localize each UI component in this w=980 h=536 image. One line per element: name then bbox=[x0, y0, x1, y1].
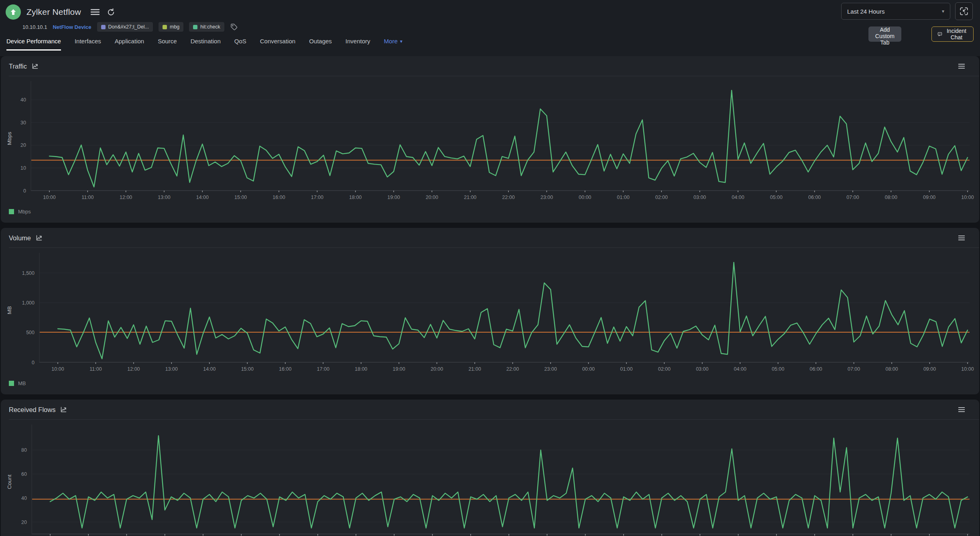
svg-text:22:00: 22:00 bbox=[502, 195, 514, 200]
svg-text:01:00: 01:00 bbox=[617, 195, 629, 200]
svg-text:02:00: 02:00 bbox=[658, 366, 671, 372]
svg-text:00:00: 00:00 bbox=[579, 195, 591, 200]
svg-text:06:00: 06:00 bbox=[808, 195, 821, 200]
svg-text:04:00: 04:00 bbox=[734, 366, 746, 372]
svg-text:1,000: 1,000 bbox=[22, 300, 35, 306]
svg-text:20: 20 bbox=[20, 142, 26, 148]
manage-tags-button[interactable] bbox=[228, 21, 240, 32]
svg-text:40: 40 bbox=[20, 97, 26, 103]
tag-color-swatch bbox=[193, 25, 197, 29]
tab-more[interactable]: More ▾ bbox=[384, 38, 403, 51]
svg-text:12:00: 12:00 bbox=[127, 366, 140, 372]
expand-chart-icon[interactable] bbox=[60, 406, 67, 413]
svg-text:13:00: 13:00 bbox=[158, 195, 170, 200]
tab-inventory[interactable]: Inventory bbox=[346, 38, 370, 51]
tab-outages[interactable]: Outages bbox=[309, 38, 332, 51]
svg-text:16:00: 16:00 bbox=[279, 366, 291, 372]
volume-chart[interactable]: 05001,0001,500MB10:0011:0012:0013:0014:0… bbox=[1, 248, 979, 378]
svg-text:Count: Count bbox=[6, 475, 12, 489]
device-type-link[interactable]: NetFlow Device bbox=[53, 24, 91, 30]
svg-text:19:00: 19:00 bbox=[387, 195, 400, 200]
chat-icon bbox=[937, 30, 942, 38]
svg-text:05:00: 05:00 bbox=[772, 366, 784, 372]
tab-conversation[interactable]: Conversation bbox=[260, 38, 295, 51]
svg-text:0: 0 bbox=[32, 360, 35, 365]
received-flows-panel: Received Flows 20406080Count10:0011:0012… bbox=[1, 400, 979, 536]
svg-text:18:00: 18:00 bbox=[349, 195, 362, 200]
svg-text:500: 500 bbox=[26, 330, 35, 335]
expand-chart-icon[interactable] bbox=[31, 63, 39, 70]
svg-text:23:00: 23:00 bbox=[544, 366, 557, 372]
tag-pill[interactable]: Don&#x27;t_Del... bbox=[97, 22, 153, 32]
svg-text:14:00: 14:00 bbox=[196, 195, 209, 200]
device-menu-button[interactable] bbox=[88, 6, 102, 18]
panel-header: Volume bbox=[1, 228, 979, 248]
svg-text:22:00: 22:00 bbox=[506, 366, 519, 372]
svg-text:60: 60 bbox=[21, 471, 27, 477]
panel-title: Received Flows bbox=[9, 406, 55, 414]
header: Zylker Netflow 10.10.10.1 NetFlow Device… bbox=[0, 0, 980, 56]
svg-text:80: 80 bbox=[21, 447, 27, 453]
panel-menu-button[interactable] bbox=[957, 62, 966, 70]
svg-text:13:00: 13:00 bbox=[165, 366, 178, 372]
tab-interfaces[interactable]: Interfaces bbox=[75, 38, 101, 51]
incident-chat-button[interactable]: Incident Chat bbox=[931, 26, 974, 42]
svg-text:20:00: 20:00 bbox=[431, 366, 443, 372]
panel-title: Traffic bbox=[9, 63, 27, 70]
svg-text:23:00: 23:00 bbox=[541, 195, 553, 200]
page-title: Zylker Netflow bbox=[26, 7, 81, 17]
svg-text:10:00: 10:00 bbox=[51, 366, 64, 372]
expand-chart-icon[interactable] bbox=[35, 234, 43, 242]
refresh-button[interactable] bbox=[105, 6, 117, 18]
panel-menu-button[interactable] bbox=[957, 406, 966, 414]
svg-text:07:00: 07:00 bbox=[846, 195, 859, 200]
svg-text:10:00: 10:00 bbox=[43, 195, 55, 200]
chevron-down-icon: ▾ bbox=[400, 39, 403, 44]
tag-label: Don&#x27;t_Del... bbox=[108, 24, 149, 30]
chart-legend[interactable]: MB bbox=[1, 380, 979, 386]
svg-text:08:00: 08:00 bbox=[885, 195, 897, 200]
tab-qos[interactable]: QoS bbox=[234, 38, 246, 51]
svg-text:1,500: 1,500 bbox=[22, 270, 35, 276]
add-custom-tab-button[interactable]: Add Custom Tab bbox=[868, 26, 901, 42]
tab-source[interactable]: Source bbox=[158, 38, 177, 51]
incident-chat-label: Incident Chat bbox=[945, 28, 968, 41]
panel-header: Traffic bbox=[1, 56, 979, 76]
svg-text:10:00: 10:00 bbox=[961, 366, 974, 372]
received-flows-chart[interactable]: 20406080Count10:0011:0012:0013:0014:0015… bbox=[1, 420, 979, 536]
svg-text:09:00: 09:00 bbox=[923, 366, 936, 372]
svg-text:10: 10 bbox=[20, 165, 26, 171]
svg-text:20: 20 bbox=[21, 520, 27, 525]
time-range-select[interactable]: Last 24 Hours ▾ bbox=[841, 3, 950, 20]
svg-text:06:00: 06:00 bbox=[810, 366, 822, 372]
svg-text:11:00: 11:00 bbox=[89, 366, 102, 372]
legend-label: MB bbox=[18, 380, 26, 386]
tab-device-performance[interactable]: Device Performance bbox=[6, 38, 61, 51]
svg-text:21:00: 21:00 bbox=[468, 366, 481, 372]
svg-text:09:00: 09:00 bbox=[923, 195, 935, 200]
svg-text:12:00: 12:00 bbox=[120, 195, 132, 200]
tag-pill[interactable]: mbg bbox=[159, 22, 183, 32]
svg-text:15:00: 15:00 bbox=[241, 366, 254, 372]
tag-pill[interactable]: hit:check bbox=[189, 22, 224, 32]
svg-text:18:00: 18:00 bbox=[355, 366, 367, 372]
snapshot-button[interactable] bbox=[955, 2, 973, 20]
panel-menu-button[interactable] bbox=[957, 234, 966, 242]
svg-text:05:00: 05:00 bbox=[770, 195, 783, 200]
svg-text:0: 0 bbox=[23, 188, 26, 194]
legend-swatch bbox=[9, 209, 14, 214]
svg-text:21:00: 21:00 bbox=[464, 195, 476, 200]
tag-label: hit:check bbox=[200, 24, 220, 30]
svg-text:20:00: 20:00 bbox=[426, 195, 438, 200]
chart-legend[interactable]: Mbps bbox=[1, 209, 979, 215]
svg-text:30: 30 bbox=[20, 120, 26, 126]
tab-destination[interactable]: Destination bbox=[191, 38, 221, 51]
hamburger-icon bbox=[90, 8, 100, 16]
tab-application[interactable]: Application bbox=[115, 38, 144, 51]
panel-title: Volume bbox=[9, 234, 31, 242]
traffic-panel: Traffic 010203040Mbps10:0011:0012:0013:0… bbox=[1, 56, 979, 223]
panel-header: Received Flows bbox=[1, 400, 979, 420]
svg-text:Mbps: Mbps bbox=[6, 132, 12, 145]
legend-label: Mbps bbox=[18, 209, 31, 215]
traffic-chart[interactable]: 010203040Mbps10:0011:0012:0013:0014:0015… bbox=[1, 76, 979, 207]
